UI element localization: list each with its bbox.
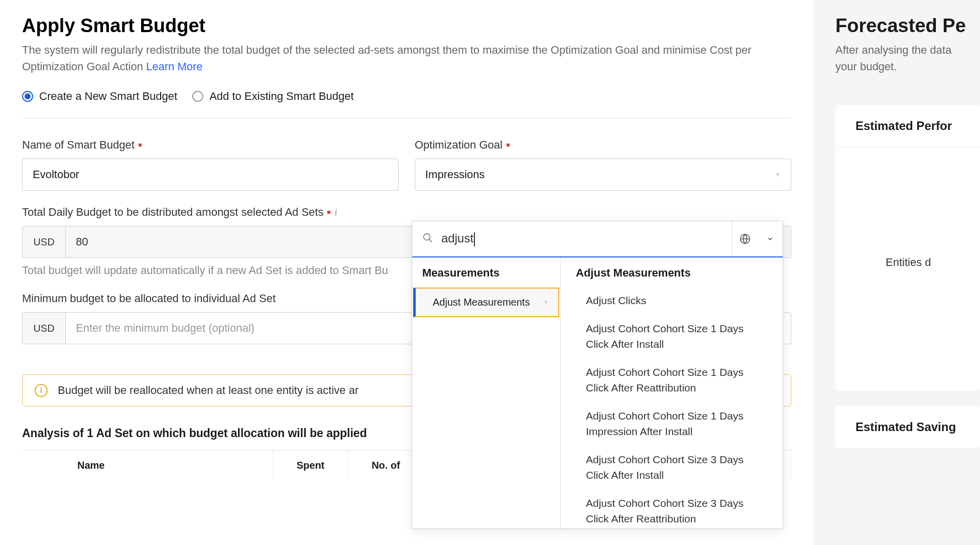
- globe-button[interactable]: [732, 221, 758, 256]
- goal-select[interactable]: Impressions ▼: [415, 159, 791, 191]
- search-icon: [422, 232, 433, 245]
- alert-text: Budget will be reallocated when at least…: [58, 384, 358, 397]
- dropdown-options: Adjust Measurements Adjust Clicks Adjust…: [561, 257, 783, 528]
- page-subtitle: The system will regularly redistribute t…: [22, 42, 791, 75]
- radio-icon-unselected: [192, 91, 203, 102]
- option-cohort-1d-click-install[interactable]: Adjust Cohort Cohort Size 1 Days Click A…: [561, 315, 783, 358]
- forecast-title: Forecasted Pe: [835, 15, 980, 37]
- card-savings-title: Estimated Saving: [855, 420, 980, 434]
- svg-line-1: [429, 239, 432, 242]
- svg-point-0: [424, 234, 430, 240]
- chevron-right-icon: [543, 297, 548, 308]
- search-value: adjust: [441, 231, 475, 246]
- radio-add-label: Add to Existing Smart Budget: [209, 90, 353, 103]
- sub-header: Adjust Measurements: [561, 257, 783, 287]
- estimated-savings-card: Estimated Saving: [835, 406, 980, 448]
- dropdown-search[interactable]: adjust: [412, 221, 732, 256]
- dropdown-categories: Measurements Adjust Measurements: [412, 257, 561, 528]
- required-indicator: [327, 211, 330, 214]
- info-icon[interactable]: i: [334, 207, 337, 218]
- th-spent: Spent: [273, 451, 348, 480]
- option-cohort-1d-impression-install[interactable]: Adjust Cohort Cohort Size 1 Days Impress…: [561, 402, 783, 446]
- warning-icon: i: [35, 384, 48, 397]
- currency-prefix-2: USD: [22, 312, 65, 344]
- category-header: Measurements: [412, 257, 560, 287]
- option-cohort-1d-click-reattribution[interactable]: Adjust Cohort Cohort Size 1 Days Click A…: [561, 358, 783, 402]
- required-indicator: [139, 144, 142, 147]
- main-panel: Apply Smart Budget The system will regul…: [0, 0, 813, 545]
- forecast-subtitle: After analysing the data your budget.: [835, 42, 980, 75]
- card-performance-title: Estimated Perfor: [855, 119, 980, 133]
- currency-prefix: USD: [22, 226, 65, 258]
- category-label: Adjust Measurements: [433, 297, 530, 308]
- dropdown-toolbar: [732, 221, 783, 256]
- th-name: Name: [22, 451, 273, 480]
- dropdown-body: Measurements Adjust Measurements Adjust …: [412, 257, 783, 528]
- subtitle-text: The system will regularly redistribute t…: [22, 44, 752, 73]
- learn-more-link[interactable]: Learn More: [146, 60, 203, 73]
- text-cursor: [474, 232, 475, 246]
- form-row-1: Name of Smart Budget Evoltobor Optimizat…: [22, 139, 791, 191]
- total-budget-value: 80: [76, 235, 88, 248]
- option-cohort-3d-click-reattribution[interactable]: Adjust Cohort Cohort Size 3 Days Click A…: [561, 489, 783, 529]
- name-value: Evoltobor: [33, 168, 79, 181]
- radio-create-label: Create a New Smart Budget: [39, 90, 177, 103]
- name-input[interactable]: Evoltobor: [22, 159, 399, 191]
- category-adjust-measurements[interactable]: Adjust Measurements: [413, 288, 559, 317]
- name-group: Name of Smart Budget Evoltobor: [22, 139, 399, 191]
- goal-label: Optimization Goal: [415, 139, 791, 152]
- radio-create-new[interactable]: Create a New Smart Budget: [22, 90, 177, 103]
- total-budget-label: Total Daily Budget to be distributed amo…: [22, 206, 791, 219]
- page-title: Apply Smart Budget: [22, 15, 791, 37]
- option-adjust-clicks[interactable]: Adjust Clicks: [561, 287, 783, 315]
- goal-value: Impressions: [425, 168, 485, 181]
- required-indicator: [507, 144, 510, 147]
- name-label: Name of Smart Budget: [22, 139, 399, 152]
- expand-button[interactable]: [758, 221, 783, 256]
- card-performance-body: Entities d: [855, 148, 980, 377]
- dropdown-search-row: adjust: [412, 221, 783, 257]
- mode-radio-group: Create a New Smart Budget Add to Existin…: [22, 90, 791, 118]
- min-budget-placeholder: Enter the minimum budget (optional): [76, 322, 255, 335]
- goal-dropdown: adjust Measurements Adjust Measurements: [412, 221, 783, 529]
- goal-group: Optimization Goal Impressions ▼: [415, 139, 791, 191]
- side-panel: Forecasted Pe After analysing the data y…: [813, 0, 980, 545]
- radio-icon-selected: [22, 91, 33, 102]
- option-cohort-3d-click-install[interactable]: Adjust Cohort Cohort Size 3 Days Click A…: [561, 446, 783, 489]
- radio-add-existing[interactable]: Add to Existing Smart Budget: [192, 90, 353, 103]
- chevron-down-icon: ▼: [775, 171, 781, 178]
- estimated-performance-card: Estimated Perfor Entities d: [835, 105, 980, 391]
